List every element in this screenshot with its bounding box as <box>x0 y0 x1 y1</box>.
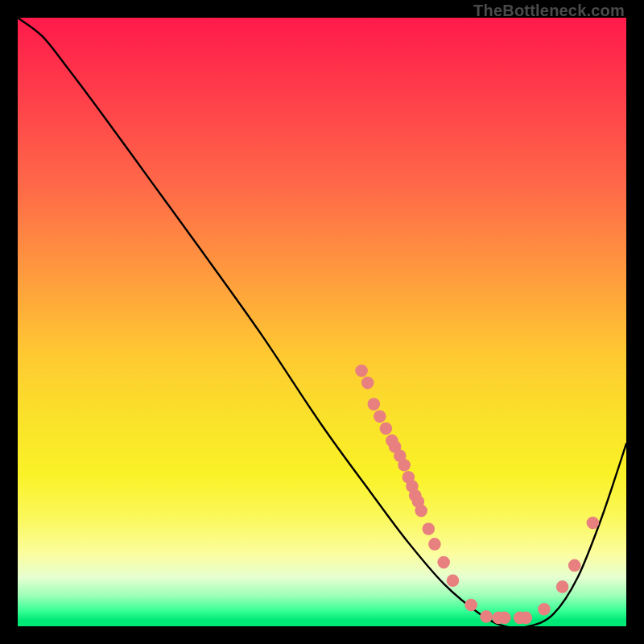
curve-svg <box>18 18 626 626</box>
curve-marker <box>380 423 393 436</box>
chart-stage: TheBottleneck.com <box>0 0 644 644</box>
curve-marker <box>361 377 374 390</box>
curve-marker <box>398 459 411 472</box>
curve-marker <box>374 410 386 423</box>
bottleneck-curve <box>18 18 626 626</box>
curve-marker <box>447 575 460 588</box>
curve-marker <box>498 612 511 625</box>
curve-marker <box>355 365 368 378</box>
curve-marker <box>428 538 441 551</box>
curve-marker <box>415 505 427 518</box>
curve-marker <box>437 556 450 569</box>
curve-markers <box>355 365 599 625</box>
curve-marker <box>464 599 477 612</box>
curve-marker <box>520 612 533 625</box>
curve-marker <box>568 559 581 572</box>
curve-marker <box>480 610 493 623</box>
plot-area <box>18 18 626 626</box>
curve-marker <box>556 580 569 593</box>
curve-marker <box>538 603 551 616</box>
curve-marker <box>423 522 436 535</box>
curve-marker <box>587 517 600 530</box>
curve-marker <box>368 398 381 411</box>
